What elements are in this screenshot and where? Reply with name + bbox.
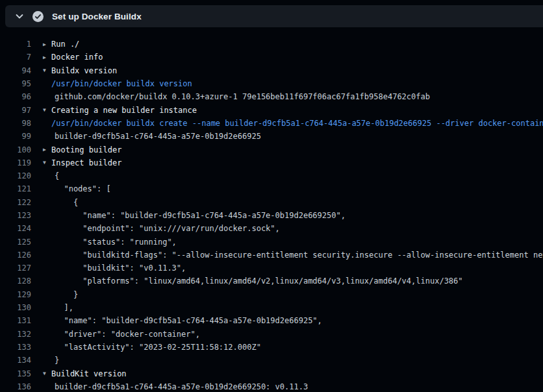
line-number[interactable]: 98 [0, 119, 31, 128]
chevron-down-icon[interactable] [12, 8, 27, 24]
group-caret-icon[interactable]: ▶ [43, 42, 51, 47]
log-group-header[interactable]: 97 ▼ Creating a new builder instance [0, 103, 543, 116]
line-text: builder-d9cfb5a1-c764-445a-a57e-0b19d2e6… [51, 132, 261, 141]
line-number[interactable]: 7 [0, 53, 31, 62]
step-header[interactable]: Set up Docker Buildx [5, 5, 543, 27]
log-line: 133 "lastActivity": "2023-02-25T11:58:12… [0, 341, 543, 354]
log-line: 127 "buildkit": "v0.11.3", [0, 262, 543, 275]
line-text: { [51, 171, 59, 180]
log-line: 122 { [0, 196, 543, 209]
line-number[interactable]: 134 [0, 356, 31, 365]
line-number[interactable]: 95 [0, 79, 31, 88]
log-line: 124 "endpoint": "unix:///var/run/docker.… [0, 222, 543, 235]
line-number[interactable]: 130 [0, 303, 31, 312]
line-number[interactable]: 131 [0, 316, 31, 325]
line-number[interactable]: 133 [0, 343, 31, 352]
log-line: 128 "platforms": "linux/amd64,linux/amd6… [0, 275, 543, 288]
check-circle-icon [32, 11, 44, 22]
line-text: BuildKit version [51, 369, 127, 378]
line-text: { [51, 198, 78, 207]
group-caret-icon[interactable]: ▼ [43, 160, 51, 165]
log-line: 121 "nodes": [ [0, 182, 543, 195]
line-text: Inspect builder [51, 158, 121, 167]
group-caret-icon[interactable]: ▶ [43, 147, 51, 153]
log-line: 129 } [0, 288, 543, 301]
line-number[interactable]: 124 [0, 224, 31, 233]
line-number[interactable]: 122 [0, 198, 31, 207]
line-number[interactable]: 123 [0, 211, 31, 220]
log-line: 132 "driver": "docker-container", [0, 328, 543, 341]
line-text: Buildx version [51, 66, 117, 75]
line-text: "buildkitd-flags": "--allow-insecure-ent… [51, 251, 543, 260]
line-number[interactable]: 132 [0, 330, 31, 339]
log-line: 96 github.com/docker/buildx 0.10.3+azure… [0, 90, 543, 103]
line-text: Booting builder [51, 145, 121, 154]
line-text: "name": "builder-d9cfb5a1-c764-445a-a57e… [51, 316, 322, 325]
line-text: "nodes": [ [51, 184, 111, 193]
log-group-header[interactable]: 1 ▶ Run ./ [0, 38, 543, 51]
line-number[interactable]: 136 [0, 382, 31, 391]
line-number[interactable]: 129 [0, 290, 31, 299]
line-number[interactable]: 126 [0, 251, 31, 260]
group-caret-icon[interactable]: ▶ [43, 55, 51, 60]
line-text: "platforms": "linux/amd64,linux/amd64/v2… [51, 276, 463, 286]
group-caret-icon[interactable]: ▼ [43, 107, 51, 113]
group-caret-icon[interactable]: ▼ [43, 371, 51, 376]
log-line: 98 /usr/bin/docker buildx create --name … [0, 117, 543, 130]
line-number[interactable]: 121 [0, 184, 31, 193]
line-text: Docker info [51, 53, 103, 62]
log-group-header[interactable]: 94 ▼ Buildx version [0, 64, 543, 77]
log-line: 130 ], [0, 301, 543, 314]
step-title: Set up Docker Buildx [52, 12, 142, 21]
line-text: "driver": "docker-container", [51, 330, 200, 339]
line-text: } [51, 290, 78, 299]
line-text: Creating a new builder instance [51, 106, 197, 115]
log-group-header[interactable]: 135 ▼ BuildKit version [0, 367, 543, 380]
line-number[interactable]: 94 [0, 66, 31, 75]
line-number[interactable]: 125 [0, 238, 31, 247]
log-line: 136 builder-d9cfb5a1-c764-445a-a57e-0b19… [0, 380, 543, 392]
line-number[interactable]: 127 [0, 263, 31, 273]
log-group-header[interactable]: 119 ▼ Inspect builder [0, 156, 543, 169]
line-text: github.com/docker/buildx 0.10.3+azure-1 … [51, 92, 430, 101]
log-line: 99 builder-d9cfb5a1-c764-445a-a57e-0b19d… [0, 130, 543, 143]
log-line: 120 { [0, 169, 543, 182]
line-text: "buildkit": "v0.11.3", [51, 263, 186, 273]
group-caret-icon[interactable]: ▼ [43, 67, 51, 73]
line-text: /usr/bin/docker buildx version [51, 79, 192, 88]
line-number[interactable]: 135 [0, 369, 31, 378]
line-number[interactable]: 97 [0, 106, 31, 115]
log-line: 95 /usr/bin/docker buildx version [0, 77, 543, 90]
log-output: 1 ▶ Run ./ 7 ▶ Docker info 94 ▼ Buildx v… [0, 27, 543, 392]
log-group-header[interactable]: 100 ▶ Booting builder [0, 143, 543, 156]
line-number[interactable]: 128 [0, 276, 31, 286]
line-number[interactable]: 120 [0, 171, 31, 180]
line-text: Run ./ [51, 40, 79, 49]
line-number[interactable]: 1 [0, 40, 31, 49]
log-group-header[interactable]: 7 ▶ Docker info [0, 51, 543, 64]
line-text: builder-d9cfb5a1-c764-445a-a57e-0b19d2e6… [51, 382, 308, 391]
log-line: 131 "name": "builder-d9cfb5a1-c764-445a-… [0, 314, 543, 327]
log-line: 134 } [0, 354, 543, 367]
line-number[interactable]: 96 [0, 92, 31, 101]
line-text: } [51, 356, 59, 365]
line-text: "lastActivity": "2023-02-25T11:58:12.000… [51, 343, 261, 352]
line-text: "name": "builder-d9cfb5a1-c764-445a-a57e… [51, 211, 346, 220]
log-line: 126 "buildkitd-flags": "--allow-insecure… [0, 249, 543, 262]
line-number[interactable]: 119 [0, 158, 31, 167]
log-line: 125 "status": "running", [0, 235, 543, 248]
line-text: ], [51, 303, 73, 312]
line-number[interactable]: 100 [0, 145, 31, 154]
line-text: "status": "running", [51, 238, 177, 247]
line-text: /usr/bin/docker buildx create --name bui… [51, 119, 543, 128]
log-line: 123 "name": "builder-d9cfb5a1-c764-445a-… [0, 209, 543, 222]
line-text: "endpoint": "unix:///var/run/docker.sock… [51, 224, 280, 233]
line-number[interactable]: 99 [0, 132, 31, 141]
